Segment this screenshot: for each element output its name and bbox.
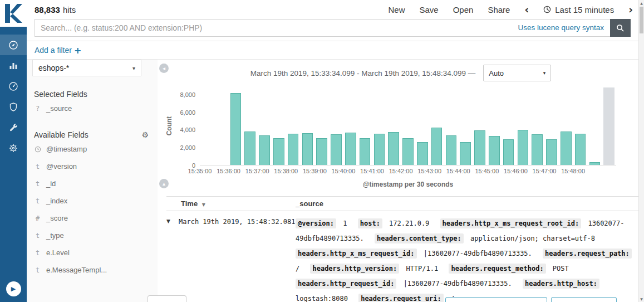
hits-label: hits (63, 5, 76, 14)
source-field-name: headers.request_method: (449, 264, 545, 274)
clock-icon (543, 6, 551, 13)
field-item-@version[interactable]: t@version (27, 158, 158, 175)
histogram-bar[interactable] (288, 134, 299, 165)
chevron-down-icon: ▾ (132, 65, 135, 71)
top-bar: 88,833 hits NewSaveOpenShare ‹ Last 15 m… (27, 0, 638, 16)
lucene-syntax-link[interactable]: Uses lucene query syntax (518, 23, 604, 32)
x-tick-label: 15:39:00 (303, 168, 327, 174)
histogram-bar[interactable] (446, 135, 457, 165)
histogram-bar[interactable] (331, 134, 342, 165)
expand-nav-button[interactable]: ▶ (6, 281, 21, 296)
interval-select[interactable]: Auto ▾ (483, 65, 551, 81)
time-column-header[interactable]: Time ▼ (166, 199, 296, 208)
field-type-icon: # (34, 215, 41, 222)
field-item-e.Level[interactable]: te.Level (27, 244, 158, 261)
time-next-button[interactable]: › (628, 4, 633, 15)
histogram-plot[interactable] (200, 87, 616, 165)
x-tick-label: 15:43:00 (417, 168, 441, 174)
dashboard-icon[interactable] (0, 76, 27, 96)
time-picker[interactable]: Last 15 minutes (543, 5, 614, 14)
scroll-up-arrow[interactable]: ▲ (639, 0, 644, 6)
histogram-bar[interactable] (360, 138, 371, 165)
histogram-bar[interactable] (302, 133, 313, 165)
field-item-_source[interactable]: ?_source (27, 100, 158, 117)
source-field-name: headers.http_request_id: (296, 279, 396, 289)
x-tick-label: 15:47:00 (533, 168, 557, 174)
scroll-down-arrow[interactable]: ▼ (639, 296, 644, 302)
view-surrounding-documents-button-truncated[interactable] (445, 297, 547, 302)
kibana-app: ▶ 88,833 hits NewSaveOpenShare ‹ Last 15… (0, 0, 644, 302)
collapse-sidebar-button[interactable]: ◂ (159, 64, 169, 73)
field-item-_type[interactable]: t_type (27, 227, 158, 244)
histogram-bar[interactable] (402, 138, 414, 165)
field-name: e.Level (46, 249, 70, 257)
index-pattern-selector[interactable]: eshops-* ▾ (32, 60, 141, 76)
scrollbar-thumb[interactable] (640, 7, 643, 33)
histogram-bar[interactable] (575, 134, 586, 165)
histogram-bar[interactable] (374, 134, 385, 165)
histogram-bar[interactable] (417, 142, 428, 165)
discover-icon[interactable] (0, 35, 27, 55)
clock-icon (34, 145, 41, 153)
add-filter-button[interactable]: Add a filter + (35, 45, 81, 56)
histogram-bar[interactable] (518, 130, 529, 165)
histogram-bar[interactable] (474, 130, 485, 165)
hits-count: 88,833 (35, 5, 60, 14)
histogram-bar[interactable] (503, 139, 514, 165)
table-json-tabs-truncated[interactable] (148, 295, 186, 302)
histogram-bar[interactable] (316, 138, 327, 165)
y-axis: 8,0006,0004,0002,0000 (173, 87, 200, 165)
field-item-@timestamp[interactable]: @timestamp (27, 140, 158, 158)
histogram-bar[interactable] (273, 138, 284, 165)
row-expand-caret-icon[interactable]: ▼ (166, 216, 179, 302)
kibana-logo[interactable] (0, 0, 27, 27)
histogram-bar[interactable] (388, 132, 399, 165)
field-item-e.MessageTempl...[interactable]: te.MessageTempl... (27, 261, 158, 279)
field-item-_index[interactable]: t_index (27, 192, 158, 210)
menu-new-button[interactable]: New (388, 5, 405, 14)
histogram-bar[interactable] (431, 128, 443, 165)
field-name: @timestamp (46, 145, 87, 153)
field-item-_score[interactable]: #_score (27, 210, 158, 227)
view-single-document-button-truncated[interactable] (551, 297, 617, 302)
time-prev-button[interactable]: ‹ (524, 4, 529, 15)
field-name: e.MessageTempl... (46, 266, 107, 274)
field-name: _type (46, 231, 64, 240)
histogram-bar[interactable] (230, 93, 242, 165)
chevron-down-icon: ▾ (543, 70, 546, 76)
fields-sidebar: eshops-* ▾ Selected Fields ?_source Avai… (27, 60, 158, 302)
menu-open-button[interactable]: Open (453, 5, 474, 14)
menu-save-button[interactable]: Save (419, 5, 438, 14)
management-icon[interactable] (0, 138, 27, 158)
chart-header: March 19th 2019, 15:33:34.099 - March 19… (163, 64, 638, 82)
menu-share-button[interactable]: Share (488, 5, 510, 14)
apm-icon[interactable] (0, 96, 27, 117)
source-field-name: headers.request_uri: (358, 294, 444, 302)
histogram-bar[interactable] (259, 135, 270, 165)
histogram-bar[interactable] (546, 139, 557, 165)
index-pattern-label: eshops-* (38, 64, 69, 72)
histogram-bar[interactable] (489, 136, 500, 165)
available-fields-title: Available Fields (34, 130, 89, 139)
x-axis: 15:35:0015:36:0015:37:0015:38:0015:39:00… (200, 168, 616, 176)
histogram-bar[interactable] (244, 131, 255, 165)
histogram-bar[interactable] (532, 134, 543, 165)
x-tick-label: 15:36:00 (217, 168, 240, 174)
histogram-bar[interactable] (460, 142, 471, 165)
field-item-_id[interactable]: t_id (27, 175, 158, 192)
source-field-value: POST (553, 265, 569, 272)
histogram-bar[interactable] (561, 131, 572, 165)
gear-icon[interactable]: ⚙ (141, 130, 149, 139)
search-button[interactable] (610, 19, 631, 37)
field-type-icon: t (34, 163, 41, 171)
vertical-scrollbar[interactable]: ▲ ▼ (638, 0, 644, 302)
source-field-name: host: (358, 218, 382, 228)
collapse-chart-button[interactable]: ▴ (159, 179, 169, 188)
histogram-bar[interactable] (589, 162, 601, 165)
histogram-bar[interactable] (345, 133, 356, 165)
interval-value: Auto (489, 69, 504, 77)
x-tick-label: 15:41:00 (360, 168, 384, 174)
plus-icon: + (74, 45, 81, 56)
visualize-icon[interactable] (0, 55, 27, 76)
dev-tools-icon[interactable] (0, 117, 27, 138)
